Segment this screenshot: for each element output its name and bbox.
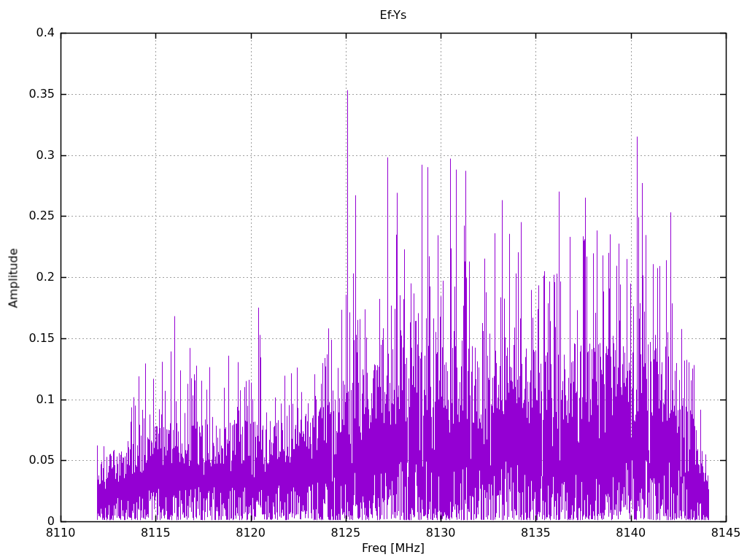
x-axis-title: Freq [MHz]: [61, 541, 726, 555]
y-tick-label: 0.35: [4, 88, 55, 101]
x-tick-label: 8135: [510, 526, 561, 540]
y-tick-label: 0.25: [4, 209, 55, 222]
y-tick-label: 0.4: [4, 26, 55, 39]
y-tick-label: 0: [4, 515, 55, 528]
x-tick-label: 8140: [605, 526, 657, 540]
y-tick-label: 0.1: [4, 393, 55, 406]
chart-window: Ef-Ys Amplitude Freq [MHz] 8110811581208…: [0, 0, 747, 560]
y-tick-label: 0.05: [4, 454, 55, 467]
y-tick-label: 0.3: [4, 149, 55, 162]
chart-title: Ef-Ys: [61, 8, 726, 22]
y-tick-label: 0.15: [4, 332, 55, 345]
x-tick-label: 8125: [320, 526, 371, 540]
x-tick-label: 8120: [225, 526, 276, 540]
x-tick-label: 8115: [130, 526, 181, 540]
x-tick-label: 8130: [415, 526, 466, 540]
y-tick-label: 0.2: [4, 271, 55, 284]
x-tick-label: 8145: [700, 526, 747, 540]
plot-canvas: [0, 0, 747, 560]
